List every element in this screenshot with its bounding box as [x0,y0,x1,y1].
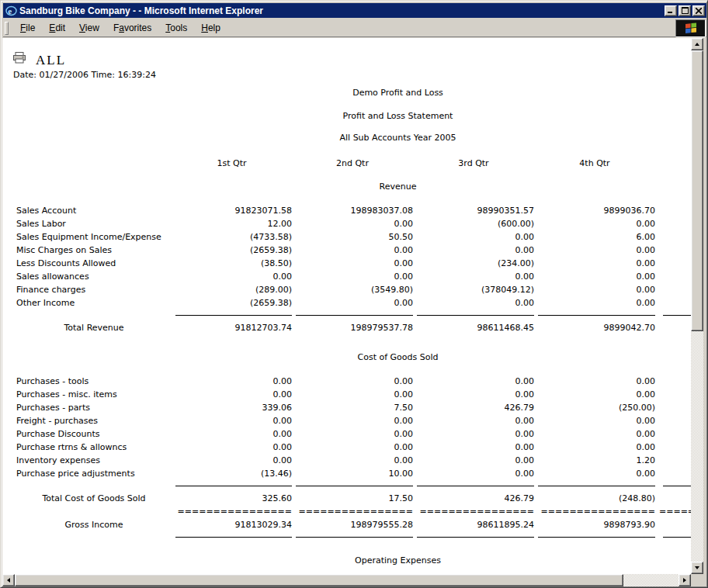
cell-value: (2659.38) [172,244,292,257]
row-label: Purchase rtrns & allowncs [16,441,172,454]
menu-items: FileEditViewFavoritesToolsHelp [13,20,227,36]
column-header-row: 1st Qtr2nd Qtr3rd Qtr4th Qtr [16,157,691,170]
menu-item-help[interactable]: Help [194,20,227,36]
menu-gripper[interactable] [5,22,9,35]
up-arrow-icon [695,43,699,46]
vertical-scrollbar-thumb[interactable] [691,50,703,331]
rule-row [16,531,691,538]
cell-value: 198979537.78 [292,321,413,334]
svg-text:e: e [8,6,12,16]
total-row: Total Revenue91812703.74198979537.789861… [16,321,691,334]
row-label: Purchase Discounts [16,427,172,441]
rule-cell [172,531,292,538]
menu-item-file[interactable]: File [13,20,42,36]
report-head: ALL [13,52,691,67]
row-label: Other Income [16,296,172,310]
cell-overflow [655,388,691,401]
rule-cell [534,480,655,486]
horizontal-scrollbar-thumb[interactable] [15,574,623,586]
rule-cell [292,531,413,538]
rule-row [16,480,691,486]
rule-cell [534,531,655,538]
browser-window: e Sandburg Bike Company - - Microsoft In… [0,0,708,588]
close-button[interactable] [692,5,705,16]
row-label: Gross Income [16,518,172,531]
vertical-scrollbar-track[interactable] [691,38,703,574]
scroll-down-button[interactable] [691,562,703,574]
row-label: Less Discounts Allowed [16,257,172,270]
cell-value: 0.00 [292,427,413,441]
cell-value: 12.00 [172,217,292,230]
cell-value: (289.00) [172,283,292,296]
cell-value: 9899036.70 [534,204,655,217]
cell-overflow [655,441,691,454]
cell-value: 0.00 [413,427,534,441]
row-label: Inventory expenses [16,454,172,467]
cell-overflow [655,414,691,427]
column-header: 1st Qtr [172,157,292,170]
cell-value: 0.00 [413,467,534,480]
gross-income-row: Gross Income91813029.34198979555.2898611… [16,518,691,531]
menu-item-view[interactable]: View [72,20,106,36]
menu-item-tools[interactable]: Tools [158,20,194,36]
cell-value: 50.50 [292,230,413,244]
scroll-up-button[interactable] [691,38,703,50]
cell-value: 17.50 [292,492,413,505]
cell-value: 0.00 [534,414,655,427]
menu-item-edit[interactable]: Edit [42,20,72,36]
equals-cell: ================ [172,505,292,518]
cell-value: 0.00 [413,441,534,454]
rule-cell [655,531,691,538]
cell-overflow [655,217,691,230]
cell-value: 0.00 [172,414,292,427]
cell-value: 0.00 [534,296,655,310]
report-subtitle: Profit and Loss Statement [16,109,691,123]
title-bar[interactable]: e Sandburg Bike Company - - Microsoft In… [3,3,706,18]
row-label: Freight - purchases [16,414,172,427]
cell-value: (38.50) [172,257,292,270]
table-row: Sales Account91823071.58198983037.089899… [16,204,691,217]
cell-overflow [655,375,691,388]
cell-overflow [655,492,691,505]
table-row: Misc Charges on Sales(2659.38)0.000.000.… [16,244,691,257]
cell-value: 0.00 [413,270,534,283]
scroll-right-button[interactable] [678,574,691,586]
cell-value: 0.00 [413,244,534,257]
rule-row [16,310,691,316]
page-content: ALL Date: 01/27/2006 Time: 16:39:24 Demo… [2,38,691,574]
cell-overflow [655,321,691,334]
row-label: Purchases - parts [16,401,172,414]
table-row: Finance charges(289.00)(3549.80)(378049.… [16,283,691,296]
cell-value: 426.79 [413,401,534,414]
scrollbar-corner [691,574,704,586]
cell-value: 0.00 [413,375,534,388]
cell-value: 0.00 [413,388,534,401]
cell-value: 0.00 [413,414,534,427]
table-row: Purchase rtrns & allowncs0.000.000.000.0… [16,441,691,454]
table-row: Purchase Discounts0.000.000.000.00 [16,427,691,441]
row-label: Misc Charges on Sales [16,244,172,257]
menu-item-favorites[interactable]: Favorites [106,20,158,36]
cell-overflow [655,204,691,217]
row-label: Sales Labor [16,217,172,230]
cell-value: 0.00 [292,414,413,427]
cell-value: 0.00 [172,427,292,441]
cell-value: 0.00 [172,270,292,283]
cell-value: 0.00 [534,441,655,454]
total-row: Total Cost of Goods Sold325.6017.50426.7… [16,492,691,505]
maximize-button[interactable] [678,5,691,16]
date-time-line: Date: 01/27/2006 Time: 16:39:24 [13,69,691,81]
section-header: Revenue [16,180,691,193]
printer-icon[interactable] [13,52,26,67]
cell-value: 0.00 [292,270,413,283]
profit-loss-report: ALL Date: 01/27/2006 Time: 16:39:24 Demo… [2,52,691,567]
horizontal-scrollbar-track[interactable] [2,574,691,586]
cell-overflow [655,427,691,441]
row-label: Sales Equipment Income/Expense [16,230,172,244]
minimize-button[interactable] [665,5,677,16]
scroll-left-button[interactable] [2,574,15,586]
cell-value: 0.00 [292,296,413,310]
rule-cell [413,531,534,538]
cell-value: 0.00 [292,375,413,388]
cell-value: 98611468.45 [413,321,534,334]
